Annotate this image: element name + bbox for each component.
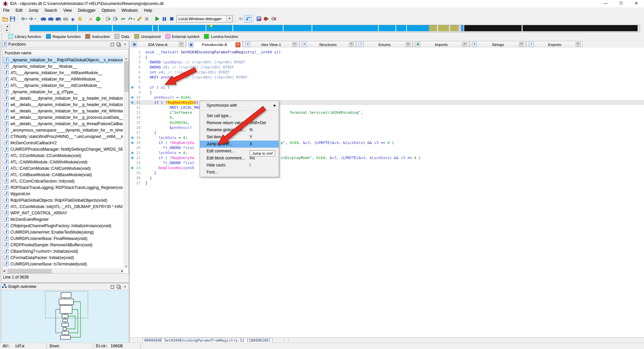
function-row[interactable]: fwil__details___dynamic_initializer_for_…	[3, 114, 123, 120]
function-row[interactable]: fRDPStackTraceLogging::RDPStackTraceLogg…	[3, 184, 123, 191]
functions-float-icon[interactable]	[116, 42, 121, 47]
search-binoculars-icon[interactable]	[40, 15, 47, 22]
code-line[interactable]: 27}	[130, 181, 644, 186]
tab-enums[interactable]: ≡Enums✕	[356, 41, 413, 48]
code-line[interactable]: 3 DWORD lpcbData; // [rsp+30h] [rbp+8h] …	[130, 60, 644, 65]
function-row[interactable]: fATL___dynamic_initializer_for___AtlBase…	[3, 69, 123, 76]
debugger-select[interactable]: Local Windows debugger ▼	[176, 15, 233, 22]
function-row[interactable]: fCRDPPooledSample::RemoveAllBuffers(void…	[3, 242, 123, 248]
tab-close-icon[interactable]: ✕	[462, 42, 467, 47]
line-marker-dot[interactable]	[131, 86, 133, 89]
context-menu-item-set-item-type[interactable]: Set item type...Y	[200, 134, 279, 141]
code-line[interactable]: 2{	[130, 55, 644, 60]
jump-address-icon[interactable]	[69, 15, 76, 22]
code-line[interactable]: 1void __fastcall SetH264EncodingParamsFr…	[130, 50, 644, 55]
highlighted-token[interactable]: RegOpenKeyEx	[167, 100, 194, 105]
add-struct-type-icon[interactable]	[112, 15, 119, 22]
scroll-right-icon[interactable]: ▶	[121, 269, 123, 272]
minimize-button[interactable]: —	[598, 0, 613, 7]
tab-strings[interactable]: SStrings✕	[470, 41, 526, 48]
tab-close-icon[interactable]: ✕	[179, 42, 184, 47]
scroll-left-icon[interactable]: ◀	[3, 269, 5, 272]
functions-hscrollbar[interactable]: ◀ ▶	[3, 268, 124, 273]
line-marker-dot[interactable]	[131, 157, 133, 159]
text-view-icon[interactable]: A	[87, 15, 94, 22]
function-row[interactable]: fATL::CComCriticalSection::Init(void)	[3, 178, 123, 184]
code-line[interactable]: 5 int v4; // [rsp+40h] [rbp+18h] BYREF	[130, 70, 644, 75]
create-struct-icon[interactable]	[105, 15, 112, 22]
edit-function-icon[interactable]	[136, 15, 143, 22]
tab-close-icon[interactable]: ✕	[292, 42, 297, 47]
function-row[interactable]: fwil__details___dynamic_initializer_for_…	[3, 108, 123, 114]
graph-close-icon[interactable]: ×	[122, 285, 127, 289]
function-row[interactable]: fCTiNotify::staticWndProc(HWND__ *,uint,…	[3, 133, 123, 140]
navigate-back-icon[interactable]	[19, 15, 26, 22]
functions-panel-header[interactable]: f Functions ×	[1, 41, 129, 48]
context-menu-item-hide-casts[interactable]: Hide casts\	[200, 162, 279, 169]
stop-process-icon[interactable]	[168, 15, 175, 22]
code-line[interactable]: 10 phkResult = 0i64;	[130, 95, 644, 100]
tab-close-icon[interactable]: ✕	[406, 42, 411, 47]
navigate-forward-icon[interactable]	[28, 15, 35, 22]
functions-column-header[interactable]: Function name	[3, 50, 128, 56]
context-menu-item-set-call-type[interactable]: Set call type...	[200, 112, 279, 119]
function-row[interactable]: f_dynamic_initializer_for___Module__	[3, 63, 123, 69]
navband-grip[interactable]	[1, 25, 3, 32]
save-icon[interactable]	[9, 15, 16, 22]
graph-float-icon[interactable]	[116, 285, 121, 289]
menu-debugger[interactable]: Debugger	[75, 7, 99, 14]
tab-close-icon[interactable]: ✕	[235, 42, 240, 47]
function-row[interactable]: fCUMRDPProtocolManager::NotifySettingsCh…	[3, 146, 123, 152]
tab-close-icon[interactable]: ✕	[519, 42, 524, 47]
search-sequence-icon[interactable]	[55, 15, 61, 22]
vscroll-thumb[interactable]	[124, 61, 128, 92]
function-row[interactable]: fCUMRDPListenerBase::IsTerminated(void)	[3, 261, 123, 267]
menu-view[interactable]: View	[60, 7, 75, 14]
menu-file[interactable]: File	[0, 7, 12, 14]
menu-edit[interactable]: Edit	[12, 7, 25, 14]
line-marker-dot[interactable]	[131, 101, 133, 104]
debugger-windows-icon[interactable]	[256, 15, 262, 22]
tab-structures[interactable]: AStructures✕	[300, 41, 356, 48]
jump-name-icon[interactable]	[77, 15, 84, 22]
breakpoint-add-icon[interactable]	[263, 15, 270, 22]
menu-help[interactable]: Help	[141, 7, 155, 14]
function-row[interactable]: fRdpXPlatGlobalObjects::RdpXPlatGlobalOb…	[3, 197, 123, 203]
start-process-icon[interactable]	[154, 15, 160, 22]
delete-function-icon[interactable]	[143, 15, 150, 22]
function-row[interactable]: fCUMRDPListenerBase::FinalRelease(void)	[3, 235, 123, 242]
line-marker-dot[interactable]	[131, 137, 133, 139]
function-row[interactable]: fATL::CAtlComModule::CAtlComModule(void)	[3, 165, 123, 171]
context-menu-item-font[interactable]: Font...	[200, 169, 279, 176]
functions-close-icon[interactable]: ×	[122, 42, 127, 47]
function-row[interactable]: fwil__details___dynamic_initializer_for_…	[3, 95, 123, 101]
functions-restore-icon[interactable]	[110, 42, 115, 47]
search-disabled-icon[interactable]	[62, 15, 69, 22]
maximize-button[interactable]: ❐	[613, 0, 629, 7]
function-row[interactable]: fwil__details___dynamic_initializer_for_…	[3, 101, 123, 108]
function-row[interactable]: fATL::CAtlWinModule::CAtlWinModule(void)	[3, 159, 123, 165]
tab-exports[interactable]: ➚Exports✕	[526, 41, 583, 48]
apply-type-icon[interactable]: A	[120, 15, 126, 22]
context-menu-item-rename-global-item[interactable]: Rename global item...N	[200, 127, 279, 134]
graph-overview-minimap[interactable]	[1, 290, 128, 343]
function-row[interactable]: f_dynamic_initializer_for__RdpXPlatGloba…	[3, 57, 123, 63]
menu-options[interactable]: Options	[99, 7, 118, 14]
pseudocode-view[interactable]: 1void __fastcall SetH264EncodingParamsFr…	[129, 48, 644, 337]
tab-close-icon[interactable]: ✕	[576, 42, 581, 47]
code-line[interactable]: 8 if ( a1 )	[130, 85, 644, 90]
pause-process-icon[interactable]	[161, 15, 168, 22]
function-row[interactable]: fATL___dynamic_initializer_for___AtlWinM…	[3, 76, 123, 82]
tab-ida-view-a[interactable]: ▤IDA View-A✕	[129, 41, 186, 48]
context-menu-item-jump-to-xref[interactable]: Jump to xref...X	[200, 141, 279, 148]
function-row[interactable]: fATL::CComModule::CComModule(void)	[3, 152, 123, 159]
add-function-icon[interactable]	[127, 15, 134, 22]
functions-vscrollbar[interactable]: ▲ ▼	[124, 57, 128, 268]
function-row[interactable]: f_dynamic_initializer_for__g_cfType__	[3, 89, 123, 95]
forward-dropdown-icon[interactable]: ▾	[35, 17, 36, 20]
line-marker-dot[interactable]	[131, 167, 133, 169]
function-row[interactable]: fCRdpInputChannelPluginFactory::Initiali…	[3, 222, 123, 229]
context-menu-item-synchronize-with[interactable]: Synchronize with▶	[200, 102, 279, 109]
hscroll-thumb[interactable]	[7, 269, 52, 273]
add-dropdown-icon[interactable]: ▾	[133, 17, 135, 20]
